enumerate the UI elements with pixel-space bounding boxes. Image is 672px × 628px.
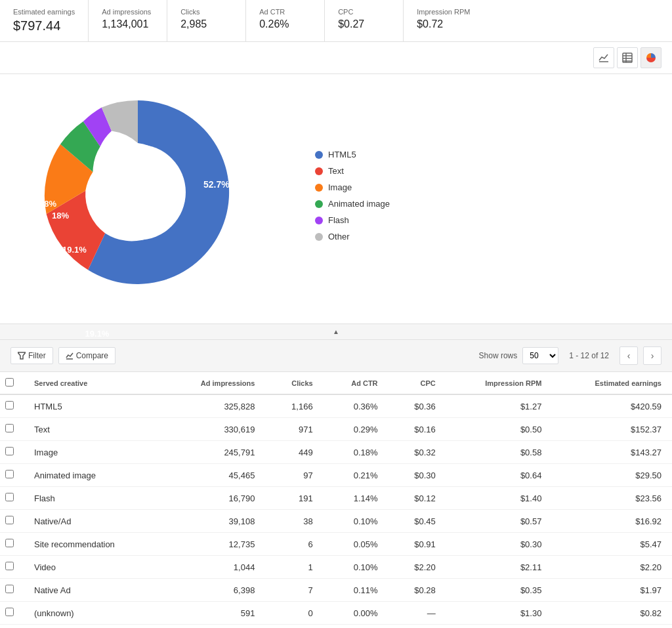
cell-creative: Image <box>24 441 163 464</box>
svg-text:19.1%: 19.1% <box>85 329 110 339</box>
filter-button[interactable]: Filter <box>10 347 53 364</box>
cell-cpc: $2.20 <box>388 556 446 579</box>
cell-earnings: $143.27 <box>552 441 672 464</box>
legend-item-other: Other <box>315 232 390 241</box>
cell-ctr: 0.10% <box>324 556 388 579</box>
pie-chart-btn[interactable] <box>640 47 662 68</box>
row-checkbox[interactable] <box>5 424 14 432</box>
legend-item-flash: Flash <box>315 215 390 225</box>
prev-page-button[interactable]: ‹ <box>620 346 638 365</box>
cell-earnings: $16.92 <box>552 510 672 533</box>
cell-rpm: $1.27 <box>446 394 553 418</box>
row-checkbox-cell[interactable] <box>0 510 24 533</box>
table-body: HTML5 325,828 1,166 0.36% $0.36 $1.27 $4… <box>0 394 672 628</box>
table-view-btn[interactable] <box>617 47 638 68</box>
select-all-checkbox[interactable] <box>5 378 14 387</box>
svg-text:52.7%: 52.7% <box>285 187 312 198</box>
cell-creative: Flash <box>24 487 163 510</box>
donut-chart: 52.7% 19.1% 18% 52.7% 19.1% 18% <box>26 87 276 310</box>
compare-label: Compare <box>76 351 108 360</box>
table-header-row: Served creative Ad impressions Clicks Ad… <box>0 372 672 394</box>
cell-cpc: $0.45 <box>388 510 446 533</box>
cell-clicks: 6 <box>265 625 323 629</box>
col-header-estimated-earnings: Estimated earnings <box>552 372 672 394</box>
row-checkbox-cell[interactable] <box>0 579 24 602</box>
cell-earnings: $1.97 <box>552 579 672 602</box>
cell-impressions: 16,790 <box>163 487 266 510</box>
svg-text:18%: 18% <box>52 211 69 220</box>
summary-estimated-earnings: Estimated earnings $797.44 <box>0 0 89 41</box>
cell-ctr: 0.18% <box>324 441 388 464</box>
cell-clicks: 191 <box>265 487 323 510</box>
summary-clicks-value: 2,985 <box>180 18 232 30</box>
row-checkbox[interactable] <box>5 516 14 524</box>
cell-rpm: $0.35 <box>446 579 553 602</box>
cell-cpc: $0.36 <box>388 394 446 418</box>
rows-per-page-select[interactable]: 50 100 250 <box>522 347 558 364</box>
row-checkbox-cell[interactable] <box>0 533 24 556</box>
select-all-header[interactable] <box>0 372 24 394</box>
cell-cpc: $0.13 <box>388 625 446 629</box>
cell-cpc: $0.30 <box>388 464 446 487</box>
summary-bar: Estimated earnings $797.44 Ad impression… <box>0 0 672 42</box>
legend-item-text: Text <box>315 166 390 176</box>
row-checkbox[interactable] <box>5 539 14 547</box>
row-checkbox-cell[interactable] <box>0 602 24 625</box>
compare-button[interactable]: Compare <box>58 347 116 364</box>
cell-earnings: $152.37 <box>552 418 672 441</box>
summary-ad-ctr-value: 0.26% <box>259 18 311 30</box>
table-controls-left: Filter Compare <box>10 347 479 364</box>
row-checkbox-cell[interactable] <box>0 441 24 464</box>
legend-label-text: Text <box>328 166 344 176</box>
row-checkbox[interactable] <box>5 562 14 570</box>
cell-ctr: 0.10% <box>324 510 388 533</box>
row-checkbox-cell[interactable] <box>0 394 24 418</box>
cell-impressions: 591 <box>163 602 266 625</box>
row-checkbox-cell[interactable] <box>0 464 24 487</box>
row-checkbox-cell[interactable] <box>0 625 24 629</box>
cell-ctr: 0.29% <box>324 418 388 441</box>
cell-ctr: 0.36% <box>324 394 388 418</box>
table-row: Expandable 325 6 1.85% $0.13 $2.36 $0.77 <box>0 625 672 629</box>
cell-rpm: $2.36 <box>446 625 553 629</box>
pagination-info: 1 - 12 of 12 <box>569 351 609 360</box>
cell-clicks: 449 <box>265 441 323 464</box>
table-row: Native/Ad 39,108 38 0.10% $0.45 $0.57 $1… <box>0 510 672 533</box>
cell-rpm: $0.30 <box>446 533 553 556</box>
row-checkbox-cell[interactable] <box>0 487 24 510</box>
next-page-button[interactable]: › <box>643 346 662 365</box>
row-checkbox[interactable] <box>5 585 14 593</box>
legend-dot-html5 <box>315 151 323 159</box>
table-row: Video 1,044 1 0.10% $2.20 $2.11 $2.20 <box>0 556 672 579</box>
row-checkbox[interactable] <box>5 493 14 501</box>
row-checkbox[interactable] <box>5 608 14 616</box>
row-checkbox[interactable] <box>5 447 14 455</box>
cell-clicks: 97 <box>265 464 323 487</box>
table-row: Image 245,791 449 0.18% $0.32 $0.58 $143… <box>0 441 672 464</box>
svg-marker-10 <box>18 352 26 359</box>
legend-label-flash: Flash <box>328 215 349 225</box>
summary-impression-rpm-value: $0.72 <box>417 18 659 30</box>
summary-ad-impressions: Ad impressions 1,134,001 <box>89 0 167 41</box>
legend-label-html5: HTML5 <box>328 150 356 159</box>
cell-earnings: $29.50 <box>552 464 672 487</box>
cell-rpm: $1.40 <box>446 487 553 510</box>
summary-ad-ctr: Ad CTR 0.26% <box>246 0 325 41</box>
line-chart-btn[interactable] <box>593 47 614 68</box>
cell-impressions: 39,108 <box>163 510 266 533</box>
collapse-arrow-icon: ▲ <box>333 328 339 335</box>
cell-rpm: $2.11 <box>446 556 553 579</box>
row-checkbox-cell[interactable] <box>0 556 24 579</box>
show-rows-label: Show rows <box>479 351 518 360</box>
cell-creative: Text <box>24 418 163 441</box>
table-row: Site recommendation 12,735 6 0.05% $0.91… <box>0 533 672 556</box>
row-checkbox[interactable] <box>5 401 14 409</box>
legend-label-other: Other <box>328 232 350 241</box>
row-checkbox[interactable] <box>5 470 14 478</box>
table-row: (unknown) 591 0 0.00% — $1.30 $0.82 <box>0 602 672 625</box>
cell-clicks: 7 <box>265 579 323 602</box>
compare-icon <box>66 352 74 360</box>
row-checkbox-cell[interactable] <box>0 418 24 441</box>
summary-impression-rpm: Impression RPM $0.72 <box>404 0 672 41</box>
cell-ctr: 0.11% <box>324 579 388 602</box>
